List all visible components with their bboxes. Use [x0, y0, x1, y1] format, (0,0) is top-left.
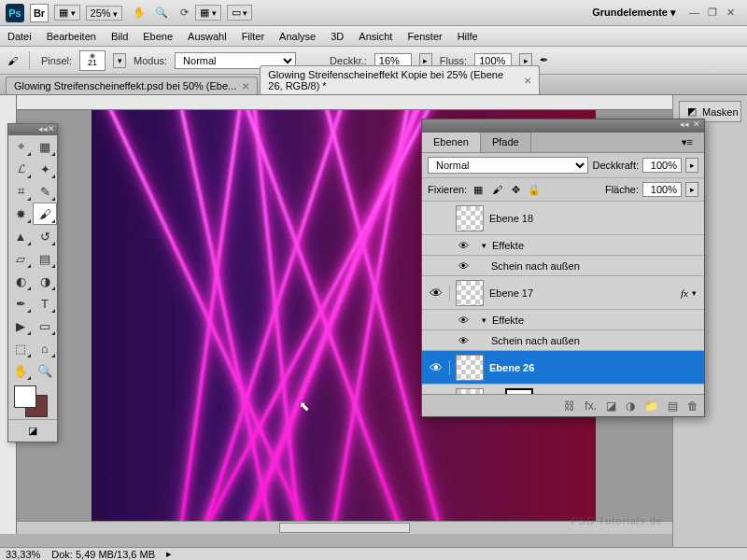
effects-group[interactable]: 👁 ▾ Effekte: [422, 310, 704, 330]
path-select-tool[interactable]: ▶: [8, 315, 33, 337]
workspace-switcher[interactable]: Grundelemente ▾: [583, 7, 685, 19]
layer-opacity-arrow[interactable]: ▸: [685, 158, 698, 173]
menu-layer[interactable]: Ebene: [143, 31, 173, 42]
layers-tab[interactable]: Ebenen: [422, 133, 481, 152]
close-icon[interactable]: ✕: [524, 76, 531, 86]
menu-filter[interactable]: Filter: [242, 31, 264, 42]
layer-mask-icon[interactable]: ◪: [606, 399, 616, 413]
link-layers-icon[interactable]: ⛓: [564, 399, 575, 413]
dodge-tool[interactable]: ◑: [33, 270, 57, 292]
lasso-tool[interactable]: 𝓛: [8, 158, 33, 180]
menu-select[interactable]: Auswahl: [188, 31, 227, 42]
minimize-button[interactable]: —: [689, 7, 704, 20]
lock-position-icon[interactable]: ✥: [508, 184, 523, 196]
hand-tool[interactable]: ✋: [8, 359, 33, 382]
3d-camera-tool[interactable]: ⌂: [33, 337, 57, 359]
eraser-tool[interactable]: ▱: [8, 247, 33, 270]
quick-mask-toggle[interactable]: ◪: [8, 419, 57, 441]
effect-item[interactable]: 👁 Schein nach außen: [422, 256, 704, 276]
menu-3d[interactable]: 3D: [331, 31, 344, 42]
healing-tool[interactable]: ✸: [8, 203, 33, 225]
layer-row[interactable]: 👁 ⛓ Ebene 20 Kopie 2 fx ▾: [422, 385, 704, 394]
delete-layer-icon[interactable]: 🗑: [687, 399, 698, 413]
layer-thumbnail[interactable]: [456, 205, 484, 231]
status-doc-size[interactable]: Dok: 5,49 MB/13,6 MB: [51, 549, 155, 560]
panel-close-icon[interactable]: ✕: [693, 119, 700, 133]
foreground-color-swatch[interactable]: [14, 385, 36, 408]
close-button[interactable]: ✕: [726, 7, 741, 20]
rotate-icon[interactable]: ⟳: [176, 5, 192, 21]
visibility-icon[interactable]: 👁: [450, 315, 476, 326]
move-tool[interactable]: ⌖: [8, 135, 33, 158]
stamp-tool[interactable]: ▲: [8, 225, 33, 247]
lock-transparent-icon[interactable]: ▦: [471, 184, 486, 196]
status-zoom[interactable]: 33,33%: [6, 549, 40, 560]
layer-thumbnail[interactable]: [456, 355, 484, 381]
arrange-dropdown[interactable]: ▦: [195, 5, 221, 21]
layer-list[interactable]: Ebene 18 👁 ▾ Effekte 👁 Schein nach außen…: [422, 202, 704, 394]
close-icon[interactable]: ✕: [242, 81, 249, 91]
layer-group-icon[interactable]: 📁: [644, 399, 658, 413]
view-extras-dropdown[interactable]: ▦: [54, 5, 80, 21]
layer-opacity-input[interactable]: [642, 158, 682, 173]
shape-tool[interactable]: ▭: [33, 315, 57, 337]
menu-view[interactable]: Ansicht: [359, 31, 392, 42]
screenmode-dropdown[interactable]: ▭: [227, 5, 253, 21]
visibility-icon[interactable]: 👁: [450, 240, 476, 251]
type-tool[interactable]: T: [33, 292, 57, 315]
toolbox-collapse-icon[interactable]: ◂◂: [38, 124, 48, 135]
zoom-dropdown[interactable]: 25%: [86, 6, 123, 21]
fill-input[interactable]: [642, 182, 682, 197]
effect-item[interactable]: 👁 Schein nach außen: [422, 330, 704, 351]
bridge-icon[interactable]: Br: [30, 4, 49, 22]
menu-file[interactable]: Datei: [7, 31, 32, 42]
layer-style-icon[interactable]: fx.: [585, 399, 597, 413]
fx-badge[interactable]: fx: [681, 287, 688, 299]
layer-name[interactable]: Ebene 17: [489, 287, 681, 299]
3d-tool[interactable]: ⬚: [8, 337, 33, 359]
effects-group[interactable]: 👁 ▾ Effekte: [422, 235, 704, 256]
visibility-icon[interactable]: 👁: [422, 286, 450, 301]
ruler-horizontal[interactable]: [17, 95, 672, 110]
layer-name[interactable]: Ebene 18: [489, 213, 704, 224]
layer-thumbnail[interactable]: [456, 280, 484, 306]
mask-thumbnail[interactable]: [505, 388, 533, 395]
panel-collapse-icon[interactable]: ◂◂: [680, 119, 689, 133]
layer-name[interactable]: Ebene 26: [489, 362, 704, 373]
eyedropper-tool[interactable]: ✎: [33, 180, 57, 203]
marquee-tool[interactable]: ▦: [33, 135, 57, 158]
layer-row[interactable]: 👁 Ebene 26: [422, 351, 704, 385]
new-layer-icon[interactable]: ▤: [668, 399, 678, 413]
brush-preset-picker[interactable]: 21: [79, 50, 106, 71]
paths-tab[interactable]: Pfade: [481, 133, 531, 152]
layer-row[interactable]: Ebene 18: [422, 202, 704, 235]
menu-image[interactable]: Bild: [111, 31, 128, 42]
visibility-icon[interactable]: 👁: [422, 360, 450, 375]
adjustment-layer-icon[interactable]: ◑: [626, 399, 635, 413]
lock-pixels-icon[interactable]: 🖌: [489, 184, 504, 196]
history-brush-tool[interactable]: ↺: [33, 225, 57, 247]
layer-blend-mode-select[interactable]: Normal: [428, 157, 588, 174]
fx-disclosure-icon[interactable]: ▾: [692, 288, 697, 298]
document-tab-1[interactable]: Glowing Streifenscheineffekt.psd bei 50%…: [6, 77, 258, 94]
lock-all-icon[interactable]: 🔒: [527, 184, 542, 196]
pen-tool[interactable]: ✒: [8, 292, 33, 315]
quick-select-tool[interactable]: ✦: [33, 158, 57, 180]
panel-menu-icon[interactable]: ▾≡: [670, 133, 704, 152]
blur-tool[interactable]: ◐: [8, 270, 33, 292]
restore-button[interactable]: ❐: [708, 7, 723, 20]
toolbox-close-icon[interactable]: ✕: [48, 124, 55, 135]
visibility-icon[interactable]: 👁: [450, 260, 476, 272]
menu-analysis[interactable]: Analyse: [279, 31, 316, 42]
crop-tool[interactable]: ⌗: [8, 180, 33, 203]
document-tab-2[interactable]: Glowing Streifenscheineffekt Kopie bei 2…: [260, 65, 540, 94]
menu-help[interactable]: Hilfe: [458, 31, 478, 42]
airbrush-icon[interactable]: ✒: [540, 54, 548, 66]
menu-window[interactable]: Fenster: [407, 31, 442, 42]
brush-preset-arrow[interactable]: ▾: [113, 53, 126, 68]
status-arrow-icon[interactable]: ▸: [166, 548, 172, 560]
zoom-icon[interactable]: 🔍: [153, 5, 170, 21]
gradient-tool[interactable]: ▤: [33, 247, 57, 270]
visibility-icon[interactable]: 👁: [450, 335, 476, 346]
layer-row[interactable]: 👁 Ebene 17 fx ▾: [422, 276, 704, 310]
